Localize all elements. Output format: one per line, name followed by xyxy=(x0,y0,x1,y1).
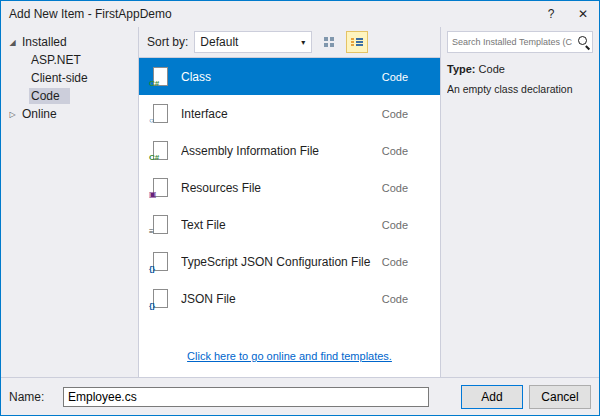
template-name: Interface xyxy=(181,107,374,121)
collapsed-arrow-icon: ▷ xyxy=(7,110,18,119)
template-row-json-file[interactable]: {} JSON File Code xyxy=(139,280,440,317)
tree-online-label: Online xyxy=(22,107,57,121)
medium-icons-view-button[interactable] xyxy=(318,31,340,53)
typescript-json-icon-glyph: {} xyxy=(149,265,155,273)
template-row-text-file[interactable]: ≡ Text File Code xyxy=(139,206,440,243)
template-row-assembly-information-file[interactable]: C# Assembly Information File Code xyxy=(139,132,440,169)
json-file-icon: {} xyxy=(147,286,173,312)
template-row-typescript-json-configuration-file[interactable]: {} TypeScript JSON Configuration File Co… xyxy=(139,243,440,280)
template-tag: Code xyxy=(382,219,430,231)
template-name: Text File xyxy=(181,218,374,232)
sort-by-dropdown[interactable]: Default ▾ xyxy=(194,31,312,53)
class-icon: C# xyxy=(147,64,173,90)
window-title: Add New Item - FirstAppDemo xyxy=(9,7,535,21)
template-tag: Code xyxy=(382,145,430,157)
interface-icon-glyph: ○ xyxy=(149,117,154,125)
template-tag: Code xyxy=(382,256,430,268)
tree-node-installed[interactable]: ◢ Installed xyxy=(1,33,138,51)
online-link-area: Click here to go online and find templat… xyxy=(139,349,440,363)
details-pane: Type: Code An empty class declaration xyxy=(441,27,599,377)
chevron-down-icon: ▾ xyxy=(295,38,311,47)
assembly-information-file-icon: C# xyxy=(147,138,173,164)
template-description: An empty class declaration xyxy=(447,83,593,95)
sidebar-item-aspnet-label: ASP.NET xyxy=(29,52,91,68)
json-icon-glyph: {} xyxy=(149,302,155,310)
list-view-icon xyxy=(351,37,363,47)
close-button[interactable]: ✕ xyxy=(567,2,599,26)
template-tag: Code xyxy=(382,293,430,305)
template-tag: Code xyxy=(382,108,430,120)
dialog-footer: Name: Add Cancel xyxy=(1,377,599,415)
search-icon[interactable] xyxy=(574,33,592,51)
template-name: Class xyxy=(181,70,374,84)
resources-icon-glyph: ▣ xyxy=(149,191,157,199)
category-tree: ◢ Installed ASP.NET Client-side Code ▷ O… xyxy=(1,27,139,377)
cancel-button[interactable]: Cancel xyxy=(529,385,591,409)
template-row-interface[interactable]: ○ Interface Code xyxy=(139,95,440,132)
expanded-arrow-icon: ◢ xyxy=(7,38,18,47)
help-button[interactable]: ? xyxy=(535,2,567,26)
tree-installed-label: Installed xyxy=(22,35,67,49)
search-box xyxy=(447,31,593,53)
type-value: Code xyxy=(479,63,505,75)
template-pane: Sort by: Default ▾ C# Class Code xyxy=(139,27,441,377)
template-name: JSON File xyxy=(181,292,374,306)
document-shape xyxy=(153,215,168,234)
template-row-resources-file[interactable]: ▣ Resources File Code xyxy=(139,169,440,206)
document-shape xyxy=(153,104,168,123)
resources-file-icon: ▣ xyxy=(147,175,173,201)
text-file-icon: ≡ xyxy=(147,212,173,238)
assembly-icon-glyph: C# xyxy=(149,154,159,162)
sidebar-item-client-side-label: Client-side xyxy=(29,70,98,86)
dialog-body: ◢ Installed ASP.NET Client-side Code ▷ O… xyxy=(1,27,599,377)
grid-view-icon xyxy=(324,37,335,48)
template-row-class[interactable]: C# Class Code xyxy=(139,58,440,95)
title-bar: Add New Item - FirstAppDemo ? ✕ xyxy=(1,1,599,27)
add-new-item-dialog: Add New Item - FirstAppDemo ? ✕ ◢ Instal… xyxy=(0,0,600,416)
name-label: Name: xyxy=(9,390,57,404)
sidebar-item-aspnet[interactable]: ASP.NET xyxy=(1,51,138,69)
sort-by-value: Default xyxy=(195,35,295,49)
add-button[interactable]: Add xyxy=(461,385,523,409)
sidebar-item-client-side[interactable]: Client-side xyxy=(1,69,138,87)
type-label: Type: xyxy=(447,63,476,75)
template-name: Assembly Information File xyxy=(181,144,374,158)
class-icon-glyph: C# xyxy=(149,80,159,88)
list-view-button[interactable] xyxy=(346,31,368,53)
template-tag: Code xyxy=(382,71,430,83)
interface-icon: ○ xyxy=(147,101,173,127)
find-templates-online-link[interactable]: Click here to go online and find templat… xyxy=(187,350,392,362)
tree-node-online[interactable]: ▷ Online xyxy=(1,105,138,123)
sort-toolbar: Sort by: Default ▾ xyxy=(139,27,440,57)
sidebar-item-code-label: Code xyxy=(29,88,70,104)
sidebar-item-code[interactable]: Code xyxy=(1,87,138,105)
search-input[interactable] xyxy=(448,37,574,47)
template-name: Resources File xyxy=(181,181,374,195)
sort-by-label: Sort by: xyxy=(147,35,188,49)
typescript-json-file-icon: {} xyxy=(147,249,173,275)
template-list: C# Class Code ○ Interface Code C# Assemb… xyxy=(139,57,440,377)
template-name: TypeScript JSON Configuration File xyxy=(181,255,374,269)
template-type-line: Type: Code xyxy=(447,63,593,75)
text-file-icon-glyph: ≡ xyxy=(149,228,154,236)
template-tag: Code xyxy=(382,182,430,194)
name-input[interactable] xyxy=(63,387,429,407)
